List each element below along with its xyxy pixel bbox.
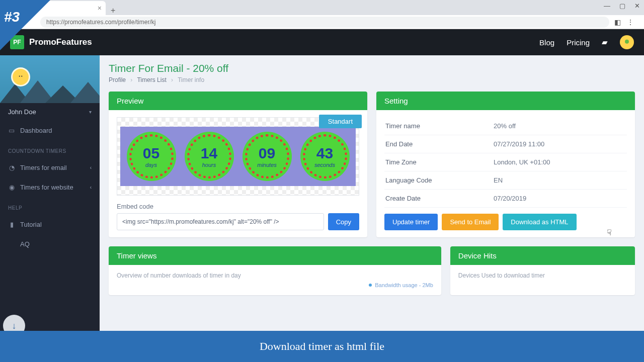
timer-strip: 05 days 14 hours 09 minutes	[120, 127, 356, 186]
setting-value: 07/27/2019 11:00	[494, 140, 544, 148]
close-window-icon[interactable]: ✕	[634, 2, 640, 10]
bandwidth-row: Bandwidth usage - 2Mb	[117, 282, 433, 288]
menu-icon[interactable]: ⋮	[627, 18, 634, 26]
dial-label: hours	[202, 162, 216, 168]
user-menu[interactable]: John Doe ▾	[0, 103, 100, 121]
maximize-icon[interactable]: ▢	[619, 2, 625, 10]
sidebar-label: Tutorial	[20, 221, 42, 228]
chevron-left-icon: ‹	[90, 185, 92, 190]
timer-views-header: Timer views	[109, 246, 441, 265]
standart-badge: Standart	[319, 115, 362, 128]
user-name: John Doe	[8, 108, 36, 116]
device-hits-card: Device Hits Devices Used to download tim…	[450, 246, 635, 295]
header-nav: Blog Pricing ▰	[539, 35, 634, 49]
globe-icon: ◉	[8, 184, 15, 191]
dashboard-icon: ▭	[8, 127, 15, 134]
device-hits-subtitle: Devices Used to download timer	[458, 272, 627, 279]
timer-views-subtitle: Overview of number downloads of timer in…	[117, 272, 433, 279]
tab-bar: × + — ▢ ✕	[0, 0, 644, 15]
close-tab-icon[interactable]: ×	[98, 4, 102, 12]
window-controls: — ▢ ✕	[604, 2, 640, 10]
setting-label: Language Code	[385, 176, 494, 184]
avatar[interactable]	[620, 35, 634, 49]
browser-chrome: × + — ▢ ✕ ◧ ⋮	[0, 0, 644, 29]
url-input[interactable]	[40, 17, 609, 28]
breadcrumb-sep: ›	[130, 76, 132, 83]
svg-point-6	[17, 73, 25, 81]
setting-header: Setting	[376, 92, 635, 110]
new-tab-button[interactable]: +	[106, 6, 120, 15]
dot-icon	[369, 284, 372, 287]
sidebar-item-timers-email[interactable]: ◔ Timers for email ‹	[0, 158, 100, 177]
svg-marker-5	[70, 82, 100, 103]
copy-button[interactable]: Copy	[328, 213, 359, 230]
dial-value: 43	[316, 145, 333, 162]
dial-label: seconds	[314, 162, 335, 168]
setting-card: Setting Timer name20% off End Date07/27/…	[376, 92, 635, 237]
faq-icon	[8, 241, 15, 248]
setting-row: End Date07/27/2019 11:00	[384, 135, 627, 153]
dial-seconds: 43 seconds	[300, 132, 350, 181]
breadcrumb: Profile › Timers List › Timer info	[109, 76, 635, 83]
setting-row: Timer name20% off	[384, 117, 627, 135]
breadcrumb-timers-list[interactable]: Timers List	[137, 76, 166, 83]
send-email-button[interactable]: Send to Email	[442, 214, 499, 230]
download-html-button[interactable]: Download as HTML	[503, 214, 576, 230]
download-indicator[interactable]: ↓	[3, 315, 25, 331]
page-title: Timer For Email - 20% off	[109, 62, 635, 74]
cursor-icon: ☟	[607, 228, 612, 237]
bandwidth-text: Bandwidth usage - 2Mb	[375, 282, 433, 288]
setting-label: Create Date	[385, 195, 494, 202]
setting-row: Create Date07/20/2019	[384, 190, 627, 208]
setting-row: Language CodeEN	[384, 171, 627, 190]
minimize-icon[interactable]: —	[604, 2, 610, 10]
dial-label: minutes	[257, 162, 277, 168]
setting-label: End Date	[385, 140, 494, 148]
dial-hours: 14 hours	[185, 132, 234, 181]
nav-blog[interactable]: Blog	[539, 38, 554, 47]
setting-row: Time ZoneLondon, UK +01:00	[384, 153, 627, 171]
sidebar-avatar	[11, 67, 30, 86]
chevron-down-icon: ▾	[89, 109, 92, 115]
extension-icon[interactable]: ◧	[614, 18, 621, 26]
setting-actions: Update timer Send to Email Download as H…	[384, 214, 627, 230]
breadcrumb-profile[interactable]: Profile	[109, 76, 126, 83]
embed-code-input[interactable]	[117, 213, 324, 230]
sidebar-section-help: HELP	[0, 197, 100, 215]
svg-point-8	[21, 75, 22, 76]
sidebar-hero	[0, 55, 100, 103]
sidebar-item-faq[interactable]: AQ	[0, 234, 100, 254]
preview-card: Preview Standart 05 days 14	[109, 92, 367, 237]
sidebar-item-tutorial[interactable]: ▮ Tutorial	[0, 215, 100, 234]
setting-value: EN	[494, 176, 503, 184]
notification-icon[interactable]: ▰	[602, 38, 608, 47]
setting-value: 20% off	[494, 122, 516, 130]
nav-pricing[interactable]: Pricing	[567, 38, 590, 47]
preview-box: Standart 05 days 14 hours	[117, 117, 359, 196]
sidebar-label: Timers for website	[20, 184, 73, 191]
setting-label: Time Zone	[385, 158, 494, 166]
main-content: Timer For Email - 20% off Profile › Time…	[100, 55, 644, 331]
step-badge	[0, 0, 50, 50]
setting-value: London, UK +01:00	[494, 158, 550, 166]
preview-header: Preview	[109, 92, 367, 110]
file-icon: ▮	[8, 221, 15, 228]
timer-views-card: Timer views Overview of number downloads…	[109, 246, 441, 295]
sidebar: John Doe ▾ ▭ Dashboard COUNTDOWN TIMERS …	[0, 55, 100, 331]
sidebar-item-timers-website[interactable]: ◉ Timers for website ‹	[0, 177, 100, 197]
breadcrumb-current: Timer info	[178, 76, 204, 83]
app-header: PF PromoFeatures Blog Pricing ▰	[0, 29, 644, 55]
update-timer-button[interactable]: Update timer	[384, 214, 438, 230]
device-hits-header: Device Hits	[450, 246, 635, 265]
sidebar-section-timers: COUNTDOWN TIMERS	[0, 140, 100, 158]
dial-value: 14	[201, 145, 217, 162]
sidebar-label: Timers for email	[20, 164, 67, 171]
step-badge-text: #3	[4, 9, 20, 25]
address-bar: ◧ ⋮	[0, 15, 644, 29]
setting-label: Timer name	[385, 122, 494, 130]
sidebar-label: Dashboard	[20, 127, 52, 134]
sidebar-item-dashboard[interactable]: ▭ Dashboard	[0, 121, 100, 140]
dial-value: 09	[259, 145, 275, 162]
svg-point-7	[19, 75, 20, 76]
caption-bar: Download timer as html file	[0, 331, 644, 362]
